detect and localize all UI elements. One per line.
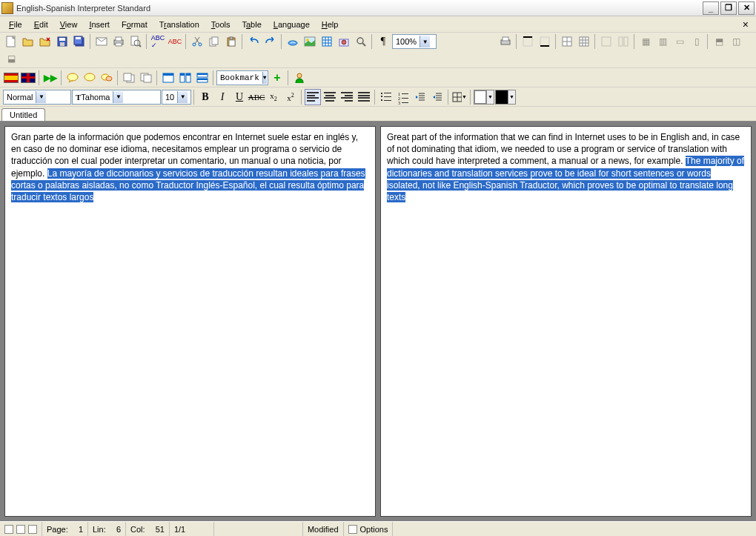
svg-point-54 (297, 73, 302, 78)
highlight-color-button[interactable]: ▼ (495, 90, 516, 105)
layout-single-icon[interactable] (160, 70, 176, 86)
bookmark-add-icon[interactable]: + (269, 70, 285, 86)
document-close-button[interactable]: × (738, 19, 753, 30)
bullet-list-button[interactable] (378, 89, 394, 105)
number-list-button[interactable]: 123 (395, 89, 411, 105)
layout-split-v-icon[interactable] (194, 70, 210, 86)
menu-format[interactable]: Format (116, 19, 153, 30)
svg-rect-23 (322, 37, 331, 46)
paste-icon[interactable] (223, 33, 239, 50)
delete-row-icon[interactable]: ▭ (672, 33, 688, 50)
redo-icon[interactable] (262, 33, 279, 50)
image-icon[interactable] (302, 33, 318, 50)
save-icon[interactable] (54, 33, 70, 50)
svg-rect-41 (124, 73, 131, 81)
target-pane[interactable]: Great part of the information that we ca… (380, 126, 752, 517)
merge-cells-icon[interactable] (598, 33, 614, 50)
view-layout-icon[interactable] (16, 525, 25, 534)
table-insert-icon[interactable] (559, 33, 575, 50)
font-combo[interactable]: T Tahoma▼ (72, 90, 161, 105)
close-doc-icon[interactable] (37, 33, 53, 50)
subscript-button[interactable]: x2 (265, 89, 282, 105)
toolbar-format: Normal▼ T Tahoma▼ 10▼ B I U ABC x2 x2 12… (0, 87, 756, 107)
align-left-button[interactable] (305, 89, 321, 105)
insert-object-icon[interactable] (336, 33, 352, 50)
table-grid-icon[interactable] (576, 33, 592, 50)
view-outline-icon[interactable] (28, 525, 37, 534)
panel-a-icon[interactable] (121, 70, 137, 86)
border-bottom-icon[interactable] (537, 33, 553, 50)
status-blank (214, 522, 303, 536)
show-nonprinting-icon[interactable]: ¶ (375, 33, 391, 50)
italic-button[interactable]: I (214, 89, 231, 105)
bold-button[interactable]: B (197, 89, 213, 105)
flag-spanish-icon[interactable] (3, 70, 19, 86)
tab-untitled[interactable]: Untitled (1, 108, 45, 121)
translate-forward-icon[interactable]: ▶▶ (42, 70, 59, 86)
align-top-icon[interactable]: ⬒ (711, 33, 727, 50)
bookmark-combo[interactable]: Bookmark▼ (216, 70, 268, 85)
link-icon[interactable] (285, 33, 301, 50)
save-all-icon[interactable] (71, 33, 87, 50)
zoom-combo[interactable]: 100%▼ (392, 34, 437, 49)
flag-english-icon[interactable] (20, 70, 36, 86)
superscript-button[interactable]: x2 (282, 89, 299, 105)
table-icon[interactable] (319, 33, 335, 50)
align-center-button[interactable] (322, 89, 338, 105)
panel-b-icon[interactable] (138, 70, 154, 86)
layout-split-h-icon[interactable] (177, 70, 193, 86)
delete-col-icon[interactable]: ▯ (689, 33, 705, 50)
cut-icon[interactable] (189, 33, 205, 50)
align-bottom-icon[interactable]: ⬓ (3, 50, 19, 67)
user-icon[interactable] (291, 70, 308, 86)
border-top-icon[interactable] (520, 33, 536, 50)
close-button[interactable]: ✕ (738, 1, 755, 15)
insert-row-icon[interactable]: ▦ (637, 33, 654, 50)
insert-col-icon[interactable]: ▥ (654, 33, 671, 50)
maximize-button[interactable]: ❐ (720, 1, 737, 15)
bubble3-icon[interactable] (99, 70, 115, 86)
text-color-button[interactable]: ▼ (474, 90, 494, 105)
print-icon-2[interactable] (497, 33, 514, 50)
indent-button[interactable] (429, 89, 445, 105)
find-icon[interactable] (353, 33, 369, 50)
split-cells-icon[interactable] (615, 33, 631, 50)
font-size-combo[interactable]: 10▼ (162, 90, 191, 105)
menu-tools[interactable]: Tools (205, 19, 236, 30)
new-icon[interactable] (3, 33, 19, 50)
view-normal-icon[interactable] (4, 525, 13, 534)
open-icon[interactable] (20, 33, 36, 50)
print-preview-icon[interactable] (127, 33, 144, 50)
bubble2-icon[interactable] (82, 70, 98, 86)
strikethrough-button[interactable]: ABC (248, 89, 265, 105)
align-middle-icon[interactable]: ◫ (728, 33, 744, 50)
menu-table[interactable]: Table (236, 19, 267, 30)
menu-file[interactable]: File (3, 19, 28, 30)
source-pane[interactable]: Gran parte de la información que podemos… (4, 126, 376, 517)
menu-view[interactable]: View (54, 19, 84, 30)
svg-rect-6 (76, 37, 81, 39)
spellcheck-icon[interactable]: ABC✓ (150, 33, 166, 50)
menu-insert[interactable]: Insert (83, 19, 116, 30)
borders-button[interactable]: ▼ (451, 89, 468, 105)
menu-language[interactable]: Language (268, 19, 316, 30)
status-view-icons[interactable] (0, 522, 42, 536)
align-right-button[interactable] (339, 89, 355, 105)
status-options[interactable]: Options (344, 522, 394, 536)
underline-button[interactable]: U (231, 89, 248, 105)
spellcheck-as-type-icon[interactable]: ABC (167, 33, 183, 50)
style-combo[interactable]: Normal▼ (3, 90, 71, 105)
align-justify-button[interactable] (356, 89, 372, 105)
svg-rect-30 (540, 37, 549, 46)
minimize-button[interactable]: _ (703, 1, 719, 15)
print-icon[interactable] (110, 33, 127, 50)
outdent-button[interactable] (412, 89, 428, 105)
bubble1-icon[interactable] (64, 70, 81, 86)
menu-translation[interactable]: Translation (153, 19, 205, 30)
status-line: Lin: 6 (88, 522, 126, 536)
copy-icon[interactable] (206, 33, 222, 50)
menu-help[interactable]: Help (316, 19, 345, 30)
undo-icon[interactable] (245, 33, 262, 50)
mail-icon[interactable] (93, 33, 110, 50)
menu-edit[interactable]: Edit (28, 19, 54, 30)
